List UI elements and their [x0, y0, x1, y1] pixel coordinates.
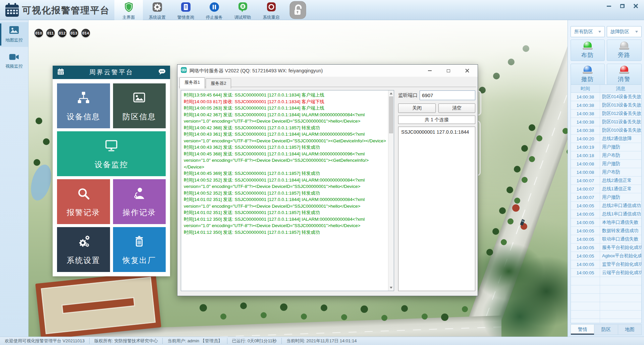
document-icon	[180, 1, 192, 14]
status-segment: 当前时间: 2021年11月17日 14:01:14	[281, 338, 361, 344]
log-scrollbar[interactable]	[388, 90, 394, 291]
table-row[interactable]: 14:00:07 总线1通信正常	[571, 185, 641, 193]
dialog-title: 网络中转服务器 V2022 (QQ: 517216493 WX: feiyang…	[190, 68, 323, 74]
table-row[interactable]: 14:00:20 总线2通信故障	[571, 135, 641, 143]
zone-marker[interactable]: 012	[58, 29, 66, 37]
log-line: 时间[14:00:45 369] 发送: SSJC00000001 [127.0…	[184, 170, 386, 177]
infinity-app-icon	[181, 67, 187, 74]
siren-red-icon	[619, 66, 629, 74]
connection-item[interactable]: SSJC00000001 127.0.0.1:1844	[401, 129, 472, 135]
app-logo-calendar-icon	[5, 3, 19, 19]
scroll-up-icon[interactable]	[390, 92, 392, 94]
event-time: 14:00:19	[571, 143, 600, 151]
table-row[interactable]: 14:00:05 联动串口通信失败	[571, 235, 641, 244]
t1ile-operation-records[interactable]: 操作记录	[113, 179, 166, 224]
clear-log-button[interactable]: 清空	[438, 104, 475, 113]
table-row[interactable]: 14:00:38 防区013设备丢失故障	[571, 101, 641, 110]
table-row[interactable]: 14:00:07 总线2通信正常	[571, 177, 641, 185]
dialog-minimize-button[interactable]	[426, 67, 433, 74]
table-row[interactable]: 14:00:05 总线1串口通信成功	[571, 210, 641, 218]
table-row[interactable]: 14:00:05 服务平台初始化成功	[571, 244, 641, 252]
table-row[interactable]: 14:00:38 防区010设备丢失故障	[571, 126, 641, 135]
table-row[interactable]: 14:00:18 用户布防	[571, 151, 641, 160]
zone-marker[interactable]: 010	[35, 29, 43, 37]
sidebar-item-map-monitor[interactable]: 地图监控	[0, 22, 28, 47]
scroll-down-icon[interactable]	[390, 287, 392, 289]
restart-icon	[266, 1, 277, 14]
table-row[interactable]: 14:00:38 防区012设备丢失故障	[571, 110, 641, 118]
tab-server1[interactable]: 服务器1	[179, 77, 205, 88]
menu-item-label: 系统重启	[263, 15, 280, 20]
action-label: 消警	[618, 75, 631, 83]
tile-zone-info[interactable]: 防区信息	[113, 83, 166, 128]
tile-label: 系统设置	[67, 255, 100, 266]
panel-title: 周界云警平台	[64, 68, 158, 77]
dialog-close-button[interactable]	[464, 67, 471, 74]
log-line: 时间[14:00:43 361] 发送: SSJC00000001 [127.0…	[184, 131, 386, 144]
dialog-titlebar[interactable]: 网络中转服务器 V2022 (QQ: 517216493 WX: feiyang…	[177, 65, 478, 77]
zone-marker[interactable]: 011	[46, 29, 55, 37]
connection-list[interactable]: SSJC00000001 127.0.0.1:1844	[398, 127, 475, 291]
tab-alarms[interactable]: 警情	[571, 325, 594, 335]
table-row[interactable]: 14:00:08 用户布防	[571, 168, 641, 177]
table-row[interactable]: 14:00:05 总线2串口通信成功	[571, 202, 641, 210]
tab-zones[interactable]: 防区	[594, 325, 618, 335]
zone-markers: 010011012013014	[35, 29, 90, 37]
tile-device-monitor[interactable]: 设备监控	[57, 131, 166, 176]
server-log[interactable]: 时间[13:59:45 644] 发送: SSJC00000001 [127.0…	[181, 90, 394, 291]
tab-map[interactable]: 地图	[618, 325, 641, 335]
zone-marker[interactable]: 014	[82, 29, 90, 37]
scroll-thumb[interactable]	[389, 96, 393, 133]
log-line: 时间[14:00:05 263] 发送: SSJC00000001 [127.0…	[184, 105, 386, 112]
table-row[interactable]: 14:00:05 数据转发通信成功	[571, 227, 641, 235]
menu-item-label: 警情查询	[177, 15, 194, 20]
table-row[interactable]: 14:00:07 用户撤防	[571, 193, 641, 202]
table-row[interactable]: 14:00:05 本地串口通信失败	[571, 218, 641, 227]
event-time: 14:00:05	[571, 227, 600, 235]
event-message: 数据转发通信成功	[600, 227, 641, 235]
status-segment: 当前用户: admin 【管理员】	[162, 338, 227, 344]
menu-item-debug-help[interactable]: 调试帮助	[228, 0, 257, 20]
tile-system-settings[interactable]: 系统设置	[57, 227, 110, 272]
top-bar: 可视化报警管理平台 主界面 系统设置	[0, 0, 644, 20]
minimize-button[interactable]	[604, 3, 613, 9]
arm-button[interactable]: 布防	[571, 40, 605, 61]
close-button[interactable]	[631, 3, 640, 9]
message-bubble-icon[interactable]	[158, 68, 166, 76]
table-row[interactable]: 14:00:05 云端平台初始化成功	[571, 269, 641, 277]
silence-alarm-button[interactable]: 消警	[607, 64, 642, 85]
sitemap-icon	[75, 90, 92, 107]
tile-device-info[interactable]: 设备信息	[57, 83, 110, 128]
restore-button[interactable]	[618, 3, 627, 9]
menu-item-label: 系统设置	[149, 15, 166, 20]
tab-server2[interactable]: 服务器2	[206, 78, 231, 88]
zone-filter-dropdown[interactable]: 所有防区	[571, 26, 605, 37]
zone-marker[interactable]: 013	[70, 29, 78, 37]
menu-item-system-settings[interactable]: 系统设置	[143, 0, 171, 20]
log-line: 时间[14:00:03 817] 接收: SSJC00000001 [127.0…	[184, 98, 386, 105]
close-server-button[interactable]: 关闭	[398, 104, 436, 113]
event-time: 14:00:20	[571, 135, 600, 143]
unlock-icon[interactable]	[289, 1, 307, 19]
fault-filter-dropdown[interactable]: 故障防区	[607, 26, 642, 37]
dialog-tabs: 服务器1 服务器2	[179, 77, 232, 88]
table-row[interactable]: 14:00:19 用户撤防	[571, 143, 641, 151]
listen-port-input[interactable]	[420, 90, 475, 100]
table-row[interactable]: 14:00:38 防区014设备丢失故障	[571, 93, 641, 101]
menu-item-home[interactable]: 主界面	[114, 0, 143, 20]
table-row[interactable]: 14:00:08 用户撤防	[571, 160, 641, 168]
menu-item-stop-service[interactable]: 停止服务	[200, 0, 228, 20]
disarm-button[interactable]: 撤防	[571, 64, 605, 85]
table-row[interactable]: 14:00:05 监管平台初始化成功	[571, 260, 641, 269]
menu-item-system-restart[interactable]: 系统重启	[257, 0, 285, 20]
event-message: 总线1串口通信成功	[600, 210, 641, 218]
menu-item-alarm-query[interactable]: 警情查询	[171, 0, 200, 20]
sidebar-item-video-monitor[interactable]: 视频监控	[0, 49, 28, 74]
dialog-maximize-button[interactable]	[445, 67, 452, 74]
bypass-button[interactable]: 旁路	[607, 40, 642, 61]
tile-alarm-records[interactable]: 报警记录	[57, 179, 110, 224]
log-line: 时间[14:01:02 351] 发送: SSJC00000001 [127.0…	[184, 196, 386, 209]
table-row[interactable]: 14:00:38 防区011设备丢失故障	[571, 118, 641, 126]
table-row[interactable]: 14:00:05 Agbox平台初始化成功	[571, 252, 641, 260]
tile-factory-reset[interactable]: 恢复出厂	[113, 227, 166, 272]
